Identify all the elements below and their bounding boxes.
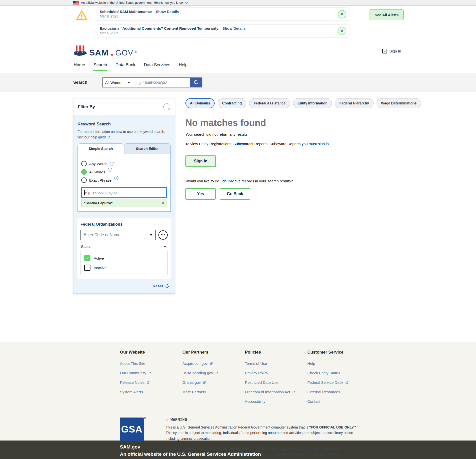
search-submit-button[interactable] [190, 77, 202, 87]
sign-in-button[interactable]: Sign In [185, 155, 216, 167]
footer-link[interactable]: System Alerts [120, 390, 182, 394]
search-icon [193, 80, 199, 85]
footer-column-our-website: Our Website About This Site Our Communit… [120, 350, 182, 409]
checkbox-inactive[interactable]: Inactive [84, 265, 164, 271]
sign-in-required-message: To view Entity Registrations, Subcontrac… [185, 141, 358, 147]
search-results: All Domains Contracting Federal Assistan… [185, 98, 393, 342]
filter-by-title: Filter By [78, 104, 95, 109]
footer-column-heading: Our Website [120, 350, 182, 355]
info-icon[interactable]: i [110, 162, 114, 166]
domain-chip-all-domains[interactable]: All Domains [185, 98, 215, 108]
footer-link[interactable]: Terms of Use [245, 361, 307, 366]
nav-item-data-services[interactable]: Data Services [143, 62, 171, 70]
radio-all-words[interactable]: All Words i [81, 169, 167, 175]
chip-remove-icon[interactable]: × [162, 201, 164, 205]
domain-filter-chips: All Domains Contracting Federal Assistan… [185, 98, 393, 108]
radio-label: All Words [89, 170, 105, 174]
footer-link[interactable]: USASpending.gov [182, 371, 245, 375]
nav-item-data-bank[interactable]: Data Bank [115, 62, 136, 70]
checkbox-label: Inactive [94, 266, 107, 270]
radio-label: Any Words [89, 162, 107, 166]
collapse-filters-icon[interactable]: − [163, 103, 170, 110]
login-icon: ← [382, 49, 387, 53]
banner-how-link[interactable]: Here's how you know [154, 1, 183, 4]
nav-item-search[interactable]: Search [93, 62, 107, 71]
chevron-down-icon [185, 1, 188, 3]
footer-link-columns: Our Website About This Site Our Communit… [120, 350, 476, 409]
domain-chip-contracting[interactable]: Contracting [218, 98, 246, 108]
footer-link[interactable]: Our Community [120, 371, 182, 375]
checkbox-active[interactable]: ✓ Active [84, 255, 164, 261]
footer-link[interactable]: Help [307, 361, 370, 366]
help-guide-link[interactable]: help guide [90, 135, 110, 139]
yes-button[interactable]: Yes [185, 188, 216, 200]
nav-item-help[interactable]: Help [178, 62, 188, 70]
warning-triangle-icon [75, 9, 88, 21]
chevron-up-icon [163, 246, 167, 249]
footer-link[interactable]: Federal Service Desk [307, 380, 370, 385]
footer-link[interactable]: Restricted Data Use [245, 380, 307, 385]
footer-link[interactable]: Check Entity Status [307, 371, 370, 375]
domain-chip-federal-assistance[interactable]: Federal Assistance [249, 98, 290, 108]
alert-show-details-link[interactable]: Show Details [222, 26, 246, 30]
filter-panel-body: Keyword Search For more information on h… [73, 115, 175, 293]
footer-link[interactable]: Accessibility [245, 399, 307, 404]
nav-item-home[interactable]: Home [73, 62, 85, 70]
footer-link[interactable]: External Resources [307, 390, 370, 394]
radio-exact-phrase[interactable]: Exact Phrase i [81, 177, 167, 183]
search-mode-select[interactable]: All Words [102, 77, 133, 87]
footer-link[interactable]: Grants.gov [182, 380, 245, 385]
keyword-chip: "Sandra Capurro" × [81, 199, 167, 207]
global-search-input[interactable] [133, 77, 190, 87]
radio-button-unchecked[interactable] [81, 161, 87, 166]
checkbox-checked-icon[interactable]: ✓ [84, 255, 90, 261]
radio-any-words[interactable]: Any Words i [81, 161, 167, 166]
warning-icon: ⚠ [166, 418, 168, 422]
go-back-button[interactable]: Go Back [220, 188, 250, 200]
footer-link[interactable]: Acquisition.gov [182, 361, 245, 366]
info-icon[interactable]: i [108, 168, 112, 172]
close-icon[interactable]: × [338, 27, 346, 35]
sign-in-link[interactable]: ← Sign In [382, 49, 401, 53]
domain-chip-wage-determinations[interactable]: Wage Determinations [377, 98, 421, 108]
radio-button-checked[interactable] [81, 169, 87, 175]
footer-link[interactable]: About This Site [120, 361, 182, 366]
reset-filters-link[interactable]: Reset [77, 279, 171, 289]
federal-org-combobox[interactable]: Enter Code or Name [80, 230, 156, 240]
keyword-tabs: Simple Search Search Editor [77, 143, 171, 154]
footer-link[interactable]: More Partners [182, 390, 245, 394]
global-search-bar: Search All Words [0, 73, 476, 92]
tab-simple-search[interactable]: Simple Search [77, 143, 124, 154]
footer-link[interactable]: Privacy Policy [245, 371, 307, 375]
more-options-button[interactable]: ••• [158, 230, 168, 240]
footer-link[interactable]: Release Notes [120, 380, 182, 385]
no-matches-title: No matches found [185, 118, 393, 128]
domain-chip-entity-information[interactable]: Entity Information [293, 98, 332, 108]
footer-column-heading: Customer Service [307, 350, 370, 355]
status-accordion-toggle[interactable]: Status [81, 245, 167, 249]
brand-sam: SAM [89, 48, 108, 57]
simple-search-panel: Any Words i All Words i Exact Phrase i e… [77, 154, 171, 212]
external-link-icon [345, 381, 348, 384]
federal-organizations-heading: Federal Organizations [80, 222, 168, 227]
footer-link[interactable]: Freedom of Information Act [245, 390, 307, 394]
domain-chip-federal-hierarchy[interactable]: Federal Hierarchy [335, 98, 373, 108]
footer-column-heading: Our Partners [182, 350, 245, 355]
see-all-alerts-button[interactable]: See All Alerts [370, 9, 404, 20]
search-mode-value: All Words [105, 80, 121, 85]
keyword-input[interactable]: e.g. 1606N020Q02 [81, 187, 167, 198]
checkbox-unchecked-icon[interactable] [84, 265, 90, 271]
footer-column-our-partners: Our Partners Acquisition.gov USASpending… [182, 350, 245, 409]
tab-search-editor[interactable]: Search Editor [124, 143, 171, 154]
brand-gov: GOV [115, 49, 133, 57]
close-icon[interactable]: × [338, 10, 346, 18]
info-icon[interactable]: i [114, 176, 118, 180]
sam-gov-logo[interactable]: SAM★GOV ® [73, 45, 137, 57]
alert-show-details-link[interactable]: Show Details [156, 9, 179, 14]
warning-paragraph-1: This is a U.S. General Services Administ… [166, 425, 357, 441]
radio-button-unchecked[interactable] [81, 177, 87, 183]
filter-panel-header: Filter By − [73, 98, 175, 115]
footer-link[interactable]: Contact [307, 399, 370, 404]
status-label: Status [81, 245, 91, 249]
gov-banner: An official website of the United States… [0, 0, 476, 6]
